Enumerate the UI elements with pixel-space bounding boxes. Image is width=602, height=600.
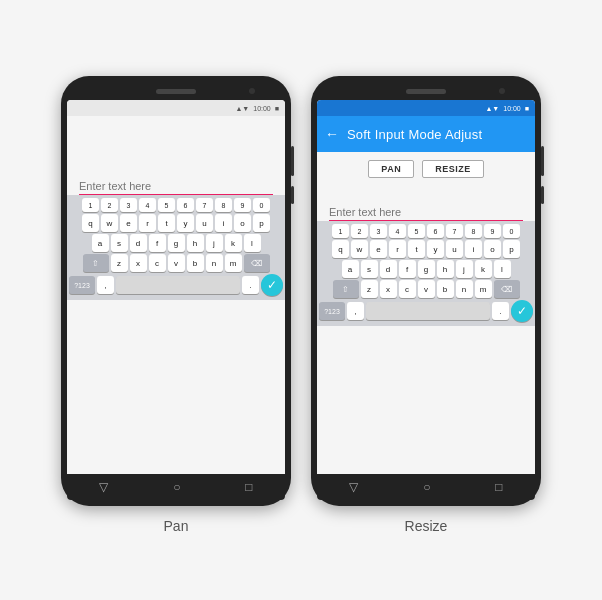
resize-kb-comma[interactable]: , [347, 302, 364, 320]
resize-kb-enter[interactable]: ✓ [511, 300, 533, 322]
pan-nav-home[interactable]: ○ [173, 480, 180, 494]
resize-kb-k[interactable]: k [475, 260, 492, 278]
pan-kb-e[interactable]: e [120, 214, 137, 232]
resize-kb-v[interactable]: v [418, 280, 435, 298]
resize-time: 10:00 [503, 105, 521, 112]
pan-kb-i[interactable]: i [215, 214, 232, 232]
resize-kb-3[interactable]: 3 [370, 224, 387, 238]
pan-kb-r[interactable]: r [139, 214, 156, 232]
resize-kb-b[interactable]: b [437, 280, 454, 298]
pan-kb-y[interactable]: y [177, 214, 194, 232]
pan-kb-2[interactable]: 2 [101, 198, 118, 212]
resize-kb-h[interactable]: h [437, 260, 454, 278]
pan-kb-m[interactable]: m [225, 254, 242, 272]
resize-kb-g[interactable]: g [418, 260, 435, 278]
pan-kb-x[interactable]: x [130, 254, 147, 272]
pan-kb-z[interactable]: z [111, 254, 128, 272]
pan-kb-k[interactable]: k [225, 234, 242, 252]
pan-kb-f[interactable]: f [149, 234, 166, 252]
resize-kb-t[interactable]: t [408, 240, 425, 258]
resize-kb-2[interactable]: 2 [351, 224, 368, 238]
resize-text-field[interactable] [329, 204, 523, 221]
resize-kb-w[interactable]: w [351, 240, 368, 258]
resize-kb-4[interactable]: 4 [389, 224, 406, 238]
resize-nav-home[interactable]: ○ [423, 480, 430, 494]
resize-kb-a[interactable]: a [342, 260, 359, 278]
pan-kb-w[interactable]: w [101, 214, 118, 232]
resize-kb-e[interactable]: e [370, 240, 387, 258]
resize-kb-0[interactable]: 0 [503, 224, 520, 238]
resize-kb-s[interactable]: s [361, 260, 378, 278]
resize-kb-5[interactable]: 5 [408, 224, 425, 238]
resize-kb-j[interactable]: j [456, 260, 473, 278]
resize-kb-o[interactable]: o [484, 240, 501, 258]
pan-kb-b[interactable]: b [187, 254, 204, 272]
resize-kb-period[interactable]: . [492, 302, 509, 320]
pan-kb-g[interactable]: g [168, 234, 185, 252]
pan-kb-l[interactable]: l [244, 234, 261, 252]
resize-kb-p[interactable]: p [503, 240, 520, 258]
pan-kb-delete[interactable]: ⌫ [244, 254, 270, 272]
pan-kb-enter[interactable]: ✓ [261, 274, 283, 296]
resize-kb-q[interactable]: q [332, 240, 349, 258]
resize-kb-f[interactable]: f [399, 260, 416, 278]
resize-kb-r[interactable]: r [389, 240, 406, 258]
pan-kb-4[interactable]: 4 [139, 198, 156, 212]
pan-kb-c[interactable]: c [149, 254, 166, 272]
pan-mode-button[interactable]: PAN [368, 160, 414, 178]
resize-kb-x[interactable]: x [380, 280, 397, 298]
resize-kb-n[interactable]: n [456, 280, 473, 298]
resize-kb-row3: ⇧ z x c v b n m ⌫ [319, 280, 533, 298]
back-icon[interactable]: ← [325, 126, 339, 142]
pan-kb-5[interactable]: 5 [158, 198, 175, 212]
pan-kb-shift[interactable]: ⇧ [83, 254, 109, 272]
pan-kb-p[interactable]: p [253, 214, 270, 232]
pan-kb-v[interactable]: v [168, 254, 185, 272]
resize-kb-l[interactable]: l [494, 260, 511, 278]
pan-kb-space[interactable] [116, 276, 240, 294]
pan-kb-h[interactable]: h [187, 234, 204, 252]
pan-kb-8[interactable]: 8 [215, 198, 232, 212]
resize-kb-delete[interactable]: ⌫ [494, 280, 520, 298]
pan-kb-u[interactable]: u [196, 214, 213, 232]
pan-kb-1[interactable]: 1 [82, 198, 99, 212]
pan-kb-t[interactable]: t [158, 214, 175, 232]
pan-kb-d[interactable]: d [130, 234, 147, 252]
pan-nav-recents[interactable]: □ [245, 480, 252, 494]
resize-kb-d[interactable]: d [380, 260, 397, 278]
pan-kb-6[interactable]: 6 [177, 198, 194, 212]
pan-nav-back[interactable]: ▽ [99, 480, 108, 494]
pan-kb-3[interactable]: 3 [120, 198, 137, 212]
resize-kb-7[interactable]: 7 [446, 224, 463, 238]
resize-kb-shift[interactable]: ⇧ [333, 280, 359, 298]
pan-kb-j[interactable]: j [206, 234, 223, 252]
pan-kb-7[interactable]: 7 [196, 198, 213, 212]
pan-kb-period[interactable]: . [242, 276, 259, 294]
pan-kb-comma[interactable]: , [97, 276, 114, 294]
pan-kb-symbols[interactable]: ?123 [69, 276, 95, 294]
resize-kb-u[interactable]: u [446, 240, 463, 258]
pan-text-field[interactable] [79, 178, 273, 195]
pan-kb-s[interactable]: s [111, 234, 128, 252]
pan-kb-a[interactable]: a [92, 234, 109, 252]
resize-nav-recents[interactable]: □ [495, 480, 502, 494]
pan-keyboard: 1 2 3 4 5 6 7 8 9 0 q [67, 195, 285, 300]
resize-kb-1[interactable]: 1 [332, 224, 349, 238]
resize-kb-space[interactable] [366, 302, 490, 320]
pan-kb-o[interactable]: o [234, 214, 251, 232]
resize-kb-m[interactable]: m [475, 280, 492, 298]
pan-kb-9[interactable]: 9 [234, 198, 251, 212]
resize-mode-button[interactable]: RESIZE [422, 160, 484, 178]
resize-nav-back[interactable]: ▽ [349, 480, 358, 494]
resize-kb-i[interactable]: i [465, 240, 482, 258]
resize-kb-6[interactable]: 6 [427, 224, 444, 238]
resize-kb-9[interactable]: 9 [484, 224, 501, 238]
resize-kb-symbols[interactable]: ?123 [319, 302, 345, 320]
resize-kb-z[interactable]: z [361, 280, 378, 298]
resize-kb-8[interactable]: 8 [465, 224, 482, 238]
resize-kb-y[interactable]: y [427, 240, 444, 258]
pan-kb-q[interactable]: q [82, 214, 99, 232]
pan-kb-0[interactable]: 0 [253, 198, 270, 212]
resize-kb-c[interactable]: c [399, 280, 416, 298]
pan-kb-n[interactable]: n [206, 254, 223, 272]
